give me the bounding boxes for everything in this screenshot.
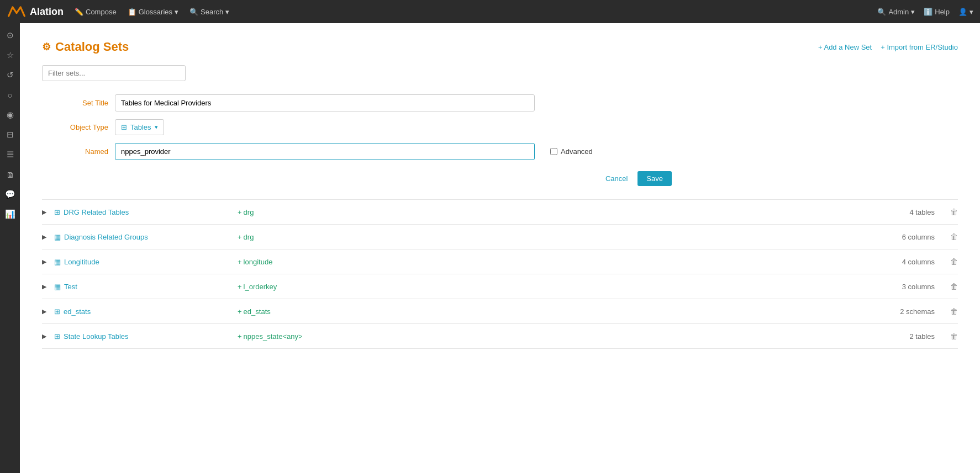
catalog-tag-drg: + drg [238, 208, 862, 216]
delete-icon-ed-stats[interactable]: 🗑 [950, 307, 958, 316]
admin-dropdown-icon: ▾ [911, 8, 915, 16]
catalog-count-longititude: 4 columns [868, 258, 935, 266]
sidebar-chat-icon[interactable]: 💬 [2, 187, 18, 202]
sidebar-circle2-icon[interactable]: ◉ [2, 107, 18, 123]
delete-icon-diagnosis[interactable]: 🗑 [950, 232, 958, 241]
catalog-tag-test: + l_orderkey [238, 283, 862, 291]
glossaries-dropdown-icon: ▾ [175, 8, 178, 16]
gear-icon: ⚙ [42, 41, 51, 53]
plus-icon-test: + [238, 283, 242, 291]
named-row: Named Advanced [42, 143, 958, 160]
table-icon-ed-stats: ⊞ [54, 307, 60, 316]
table-row: ▶ ▦ Test + l_orderkey 3 columns 🗑 [42, 274, 958, 299]
page-header: ⚙ Catalog Sets + Add a New Set + Import … [42, 40, 958, 54]
col-icon-longititude: ▦ [54, 258, 61, 266]
named-input[interactable] [115, 143, 535, 160]
delete-icon-state-lookup[interactable]: 🗑 [950, 332, 958, 341]
object-type-row: Object Type ⊞ Tables ▾ [42, 119, 958, 135]
object-type-label: Object Type [42, 123, 108, 131]
expand-icon-diagnosis[interactable]: ▶ [42, 233, 46, 241]
advanced-checkbox[interactable] [550, 148, 557, 155]
page-actions: + Add a New Set + Import from ER/Studio [818, 43, 958, 51]
catalog-count-drg: 4 tables [868, 208, 935, 216]
admin-nav[interactable]: 🔍 Admin ▾ [877, 8, 915, 16]
sidebar-circle-icon[interactable]: ○ [2, 87, 18, 103]
delete-icon-drg[interactable]: 🗑 [950, 208, 958, 216]
catalog-item-drg-related-tables[interactable]: ⊞ DRG Related Tables [54, 208, 231, 216]
compose-icon: ✏️ [75, 8, 83, 16]
logo-text: Alation [30, 6, 64, 18]
sidebar: ⊙ ☆ ↺ ○ ◉ ⊟ ☰ 🗎 💬 📊 [0, 23, 20, 473]
expand-icon-drg-related[interactable]: ▶ [42, 209, 46, 216]
sidebar-search-icon[interactable]: ⊙ [2, 28, 18, 43]
catalog-item-test[interactable]: ▦ Test [54, 283, 231, 291]
help-icon: ℹ️ [924, 8, 932, 16]
set-title-row: Set Title [42, 94, 958, 111]
main-content: ⚙ Catalog Sets + Add a New Set + Import … [20, 23, 980, 473]
user-dropdown-icon: ▾ [970, 8, 973, 16]
import-from-er-studio-link[interactable]: + Import from ER/Studio [881, 43, 958, 51]
plus-icon-diagnosis: + [238, 233, 242, 241]
object-type-selector[interactable]: ⊞ Tables ▾ [115, 119, 164, 135]
catalog-count-ed-stats: 2 schemas [868, 307, 935, 316]
topnav-right: 🔍 Admin ▾ ℹ️ Help 👤 ▾ [877, 8, 973, 16]
delete-icon-longititude[interactable]: 🗑 [950, 257, 958, 266]
plus-icon-state-lookup: + [238, 332, 242, 341]
user-nav[interactable]: 👤 ▾ [958, 8, 973, 16]
search-dropdown-icon: ▾ [225, 8, 229, 16]
delete-icon-test[interactable]: 🗑 [950, 282, 958, 291]
plus-icon-drg: + [238, 208, 242, 216]
search-icon: 🔍 [189, 8, 198, 16]
page-title: ⚙ Catalog Sets [42, 40, 129, 54]
help-nav[interactable]: ℹ️ Help [924, 8, 950, 16]
table-row: ▶ ▦ Diagnosis Related Groups + drg 6 col… [42, 225, 958, 249]
catalog-count-state-lookup: 2 tables [868, 332, 935, 341]
table-row: ▶ ⊞ ed_stats + ed_stats 2 schemas 🗑 [42, 299, 958, 324]
search-nav[interactable]: 🔍 Search ▾ [189, 8, 229, 16]
cancel-button[interactable]: Cancel [600, 171, 633, 186]
table-grid-icon: ⊞ [121, 123, 127, 131]
catalog-count-diagnosis: 6 columns [868, 233, 935, 241]
catalog-item-longititude[interactable]: ▦ Longititude [54, 258, 231, 266]
sidebar-refresh-icon[interactable]: ↺ [2, 67, 18, 83]
glossaries-icon: 📋 [128, 8, 136, 16]
catalog-list: ▶ ⊞ DRG Related Tables + drg 4 tables 🗑 … [42, 199, 958, 349]
expand-icon-state-lookup[interactable]: ▶ [42, 333, 46, 340]
advanced-checkbox-container: Advanced [550, 147, 593, 156]
col-icon-diagnosis: ▦ [54, 233, 61, 241]
catalog-tag-longititude: + longitude [238, 258, 862, 266]
glossaries-nav[interactable]: 📋 Glossaries ▾ [128, 8, 178, 16]
sidebar-layers-icon[interactable]: ⊟ [2, 127, 18, 142]
logo-icon [7, 5, 27, 18]
named-label: Named [42, 147, 108, 156]
sidebar-file-icon[interactable]: 🗎 [2, 167, 18, 182]
expand-icon-longititude[interactable]: ▶ [42, 258, 46, 265]
expand-icon-test[interactable]: ▶ [42, 283, 46, 290]
catalog-item-state-lookup-tables[interactable]: ⊞ State Lookup Tables [54, 332, 231, 341]
catalog-item-ed-stats[interactable]: ⊞ ed_stats [54, 307, 231, 316]
save-button[interactable]: Save [637, 171, 672, 186]
set-title-input[interactable] [115, 94, 535, 111]
layout: ⊙ ☆ ↺ ○ ◉ ⊟ ☰ 🗎 💬 📊 ⚙ Catalog Sets + Add… [0, 23, 980, 473]
sidebar-chart-icon[interactable]: 📊 [2, 206, 18, 222]
sidebar-star-icon[interactable]: ☆ [2, 47, 18, 63]
form-section: Set Title Object Type ⊞ Tables ▾ Named A… [42, 94, 958, 160]
add-new-set-link[interactable]: + Add a New Set [818, 43, 872, 51]
admin-icon: 🔍 [877, 8, 886, 16]
form-actions: Cancel Save [42, 171, 672, 186]
object-type-dropdown-arrow: ▾ [155, 124, 158, 131]
filter-sets-input[interactable] [42, 65, 186, 81]
catalog-tag-state-lookup: + nppes_state<any> [238, 332, 862, 341]
logo[interactable]: Alation [7, 5, 64, 18]
catalog-item-diagnosis-related-groups[interactable]: ▦ Diagnosis Related Groups [54, 233, 231, 241]
expand-icon-ed-stats[interactable]: ▶ [42, 308, 46, 315]
user-icon: 👤 [958, 8, 967, 16]
table-row: ▶ ⊞ State Lookup Tables + nppes_state<an… [42, 324, 958, 349]
set-title-label: Set Title [42, 99, 108, 107]
sidebar-list-icon[interactable]: ☰ [2, 147, 18, 162]
catalog-tag-diagnosis: + drg [238, 233, 862, 241]
table-row: ▶ ⊞ DRG Related Tables + drg 4 tables 🗑 [42, 200, 958, 225]
table-icon-state-lookup: ⊞ [54, 332, 60, 341]
compose-nav[interactable]: ✏️ Compose [75, 8, 117, 16]
catalog-count-test: 3 columns [868, 283, 935, 291]
